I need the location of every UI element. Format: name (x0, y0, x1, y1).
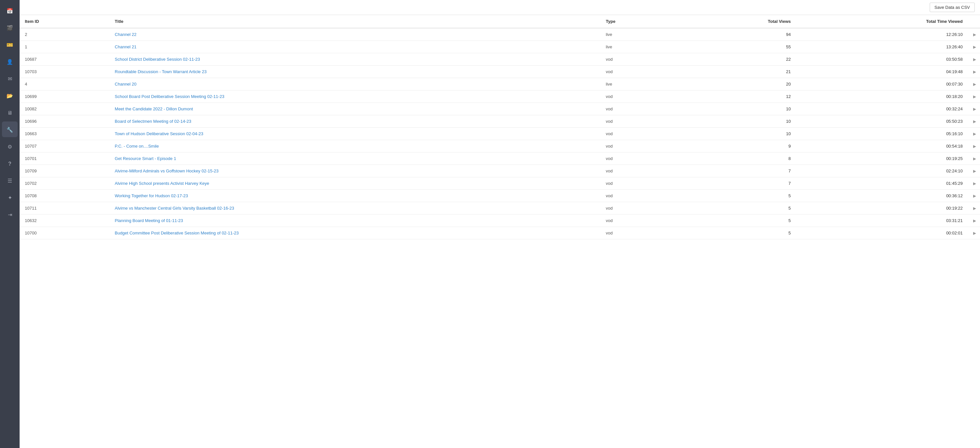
item-title-link[interactable]: Channel 20 (115, 82, 137, 87)
cell-chevron[interactable]: ▶ (968, 66, 980, 78)
sidebar-item-logout[interactable] (2, 207, 18, 222)
table-row: 1Channel 21live5513:26:40▶ (20, 41, 980, 53)
cell-title[interactable]: P.C. - Come on....Smile (110, 140, 600, 153)
cell-chevron[interactable]: ▶ (968, 53, 980, 66)
data-table: Item ID Title Type Total Views Total Tim… (20, 15, 980, 239)
cell-total-time: 12:26:10 (796, 28, 968, 41)
item-title-link[interactable]: Get Resource Smart - Episode 1 (115, 156, 176, 161)
cell-chevron[interactable]: ▶ (968, 214, 980, 227)
cell-chevron[interactable]: ▶ (968, 115, 980, 128)
sidebar-item-gear[interactable] (2, 138, 18, 154)
list-icon (8, 177, 12, 184)
cell-total-views: 94 (674, 28, 796, 41)
chevron-right-icon: ▶ (973, 144, 976, 149)
sidebar-item-folder[interactable] (2, 87, 18, 103)
cell-chevron[interactable]: ▶ (968, 202, 980, 214)
cell-chevron[interactable]: ▶ (968, 165, 980, 177)
sidebar-item-calendar[interactable] (2, 3, 18, 18)
cell-total-time: 03:31:21 (796, 214, 968, 227)
cell-chevron[interactable]: ▶ (968, 190, 980, 202)
item-title-link[interactable]: Board of Selectmen Meeting of 02-14-23 (115, 119, 191, 124)
cell-item-id: 10701 (20, 153, 110, 165)
cell-total-views: 20 (674, 78, 796, 91)
cell-total-views: 5 (674, 227, 796, 239)
cell-chevron[interactable]: ▶ (968, 78, 980, 91)
cell-item-id: 10696 (20, 115, 110, 128)
cell-type: vod (601, 165, 674, 177)
cell-title[interactable]: School District Deliberative Session 02-… (110, 53, 600, 66)
chevron-right-icon: ▶ (973, 119, 976, 124)
item-title-link[interactable]: Alvirne vs Manchester Central Girls Vars… (115, 206, 234, 211)
cell-total-time: 00:07:30 (796, 78, 968, 91)
col-header-total-views: Total Views (674, 15, 796, 28)
cell-title[interactable]: Alvirne High School presents Activist Ha… (110, 177, 600, 190)
item-title-link[interactable]: School Board Post Deliberative Session M… (115, 94, 224, 99)
item-title-link[interactable]: Working Together for Hudson 02-17-23 (115, 193, 188, 198)
sidebar-item-badge[interactable] (2, 37, 18, 52)
cell-title[interactable]: Alvirne-Milford Admirals vs Goffstown Ho… (110, 165, 600, 177)
cell-chevron[interactable]: ▶ (968, 103, 980, 115)
gear-icon (8, 143, 12, 150)
cell-total-time: 13:26:40 (796, 41, 968, 53)
cell-title[interactable]: Budget Committee Post Deliberative Sessi… (110, 227, 600, 239)
item-title-link[interactable]: Town of Hudson Deliberative Session 02-0… (115, 131, 203, 136)
chevron-right-icon: ▶ (973, 156, 976, 161)
item-title-link[interactable]: School District Deliberative Session 02-… (115, 57, 200, 62)
table-row: 4Channel 20live2000:07:30▶ (20, 78, 980, 91)
cell-chevron[interactable]: ▶ (968, 41, 980, 53)
cell-title[interactable]: Channel 21 (110, 41, 600, 53)
col-header-title: Title (110, 15, 600, 28)
cell-type: live (601, 41, 674, 53)
save-csv-button[interactable]: Save Data as CSV (930, 3, 975, 12)
cell-total-views: 10 (674, 103, 796, 115)
cell-title[interactable]: School Board Post Deliberative Session M… (110, 91, 600, 103)
folder-icon (6, 92, 13, 99)
cell-chevron[interactable]: ▶ (968, 177, 980, 190)
cell-title[interactable]: Alvirne vs Manchester Central Girls Vars… (110, 202, 600, 214)
sidebar-item-wrench[interactable] (2, 121, 18, 137)
cell-type: vod (601, 214, 674, 227)
item-title-link[interactable]: Roundtable Discussion - Town Warrant Art… (115, 69, 207, 74)
sidebar-item-help[interactable] (2, 156, 18, 171)
sidebar-item-reports[interactable] (2, 172, 18, 188)
item-title-link[interactable]: P.C. - Come on....Smile (115, 144, 159, 149)
cell-title[interactable]: Meet the Candidate 2022 - Dillon Dumont (110, 103, 600, 115)
cell-title[interactable]: Town of Hudson Deliberative Session 02-0… (110, 128, 600, 140)
cell-title[interactable]: Roundtable Discussion - Town Warrant Art… (110, 66, 600, 78)
item-title-link[interactable]: Alvirne-Milford Admirals vs Goffstown Ho… (115, 168, 218, 173)
cell-chevron[interactable]: ▶ (968, 153, 980, 165)
sidebar-item-user[interactable] (2, 54, 18, 69)
item-title-link[interactable]: Alvirne High School presents Activist Ha… (115, 181, 209, 186)
sidebar-item-send[interactable] (2, 70, 18, 86)
cell-title[interactable]: Working Together for Hudson 02-17-23 (110, 190, 600, 202)
cell-title[interactable]: Channel 20 (110, 78, 600, 91)
chevron-right-icon: ▶ (973, 32, 976, 37)
cell-title[interactable]: Board of Selectmen Meeting of 02-14-23 (110, 115, 600, 128)
cell-chevron[interactable]: ▶ (968, 91, 980, 103)
table-row: 10711Alvirne vs Manchester Central Girls… (20, 202, 980, 214)
chevron-right-icon: ▶ (973, 57, 976, 62)
item-title-link[interactable]: Budget Committee Post Deliberative Sessi… (115, 230, 239, 235)
item-title-link[interactable]: Channel 21 (115, 44, 137, 49)
cell-title[interactable]: Planning Board Meeting of 01-11-23 (110, 214, 600, 227)
sidebar-item-monitor[interactable] (2, 105, 18, 120)
cell-chevron[interactable]: ▶ (968, 128, 980, 140)
item-title-link[interactable]: Channel 22 (115, 32, 137, 37)
cell-item-id: 10703 (20, 66, 110, 78)
table-row: 10700Budget Committee Post Deliberative … (20, 227, 980, 239)
cell-title[interactable]: Channel 22 (110, 28, 600, 41)
sidebar-item-film[interactable] (2, 20, 18, 35)
calendar-icon (6, 7, 13, 14)
cell-chevron[interactable]: ▶ (968, 28, 980, 41)
item-title-link[interactable]: Meet the Candidate 2022 - Dillon Dumont (115, 106, 193, 111)
cell-chevron[interactable]: ▶ (968, 140, 980, 153)
item-title-link[interactable]: Planning Board Meeting of 01-11-23 (115, 218, 183, 223)
table-row: 10687School District Deliberative Sessio… (20, 53, 980, 66)
cell-chevron[interactable]: ▶ (968, 227, 980, 239)
cell-type: vod (601, 103, 674, 115)
sidebar-item-favorites[interactable] (2, 189, 18, 205)
cell-item-id: 10702 (20, 177, 110, 190)
col-header-action (968, 15, 980, 28)
cell-type: vod (601, 190, 674, 202)
cell-title[interactable]: Get Resource Smart - Episode 1 (110, 153, 600, 165)
